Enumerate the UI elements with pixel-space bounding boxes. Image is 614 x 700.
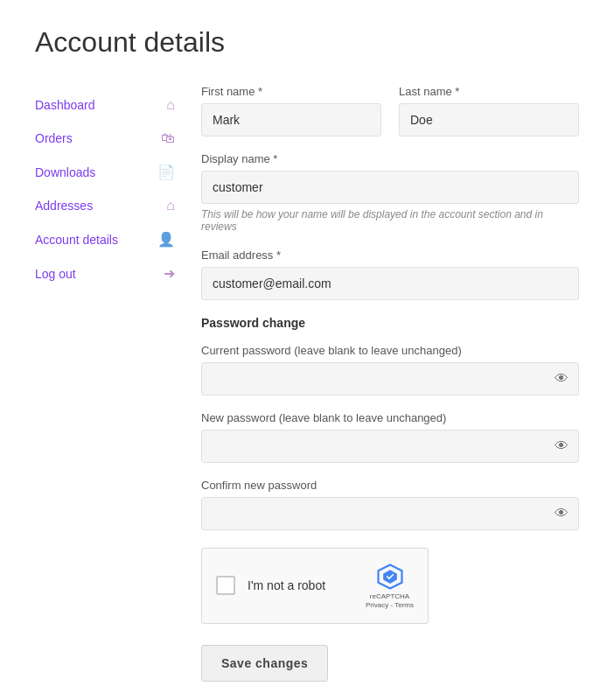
sidebar: Dashboard ⌂ Orders 🛍 Downloads 📄 Address… <box>35 85 175 682</box>
sidebar-item-downloads[interactable]: Downloads 📄 <box>35 155 175 189</box>
dashboard-label: Dashboard <box>35 98 95 112</box>
recaptcha-brand-text: reCAPTCHA <box>370 592 409 601</box>
confirm-password-toggle-icon[interactable]: 👁 <box>555 506 569 522</box>
new-password-toggle-icon[interactable]: 👁 <box>555 438 569 454</box>
password-section-title: Password change <box>201 316 579 330</box>
orders-label: Orders <box>35 131 73 145</box>
captcha-checkbox[interactable] <box>216 576 235 595</box>
sidebar-item-log-out[interactable]: Log out ➜ <box>35 256 175 290</box>
email-label: Email address * <box>201 248 579 262</box>
current-password-label: Current password (leave blank to leave u… <box>201 344 579 357</box>
downloads-icon: 📄 <box>157 164 175 180</box>
downloads-label: Downloads <box>35 165 95 179</box>
account-details-icon: 👤 <box>157 231 175 248</box>
current-password-toggle-icon[interactable]: 👁 <box>555 371 569 387</box>
recaptcha-policy-text: Privacy - Terms <box>366 601 414 610</box>
display-name-label: Display name * <box>201 152 579 165</box>
recaptcha-icon <box>374 561 406 592</box>
addresses-icon: ⌂ <box>166 198 175 214</box>
captcha-widget[interactable]: I'm not a robot reCAPTCHA Privacy - Term… <box>201 548 429 624</box>
last-name-input[interactable] <box>399 103 579 136</box>
sidebar-item-account-details[interactable]: Account details 👤 <box>35 222 175 256</box>
captcha-label: I'm not a robot <box>248 578 357 592</box>
account-details-label: Account details <box>35 233 118 247</box>
log-out-label: Log out <box>35 267 76 281</box>
account-form: First name * Last name * Display name * … <box>175 85 579 682</box>
first-name-input[interactable] <box>201 103 381 136</box>
current-password-input[interactable] <box>201 362 579 396</box>
display-name-hint: This will be how your name will be displ… <box>201 208 579 233</box>
new-password-label: New password (leave blank to leave uncha… <box>201 411 579 424</box>
addresses-label: Addresses <box>35 199 93 213</box>
new-password-input[interactable] <box>201 430 579 463</box>
first-name-label: First name * <box>201 85 381 98</box>
page-title: Account details <box>35 26 579 59</box>
captcha-logo: reCAPTCHA Privacy - Terms <box>366 561 414 611</box>
last-name-label: Last name * <box>399 85 579 98</box>
save-changes-button[interactable]: Save changes <box>201 645 328 682</box>
email-input[interactable] <box>201 267 579 300</box>
orders-icon: 🛍 <box>161 130 175 146</box>
log-out-icon: ➜ <box>164 265 175 282</box>
confirm-password-input[interactable] <box>201 497 579 530</box>
sidebar-item-dashboard[interactable]: Dashboard ⌂ <box>35 88 175 122</box>
confirm-password-label: Confirm new password <box>201 479 579 492</box>
display-name-input[interactable] <box>201 171 579 204</box>
sidebar-item-orders[interactable]: Orders 🛍 <box>35 122 175 155</box>
dashboard-icon: ⌂ <box>166 97 175 113</box>
sidebar-item-addresses[interactable]: Addresses ⌂ <box>35 189 175 222</box>
